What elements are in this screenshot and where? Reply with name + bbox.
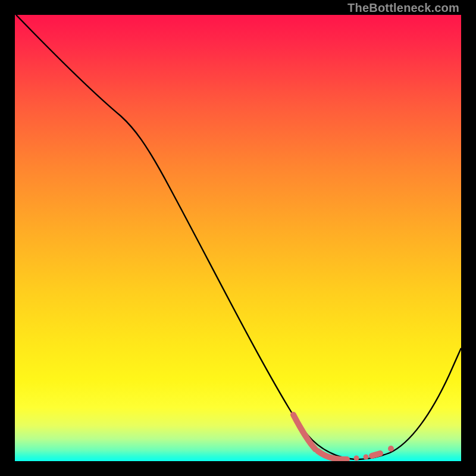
optimal-range-marker [293, 415, 394, 461]
bottleneck-curve-line [16, 15, 461, 459]
chart-svg [15, 15, 461, 461]
chart-frame [15, 15, 461, 461]
svg-point-2 [388, 446, 394, 452]
svg-point-1 [364, 455, 369, 460]
svg-point-0 [354, 456, 359, 461]
watermark-text: TheBottleneck.com [347, 1, 459, 15]
